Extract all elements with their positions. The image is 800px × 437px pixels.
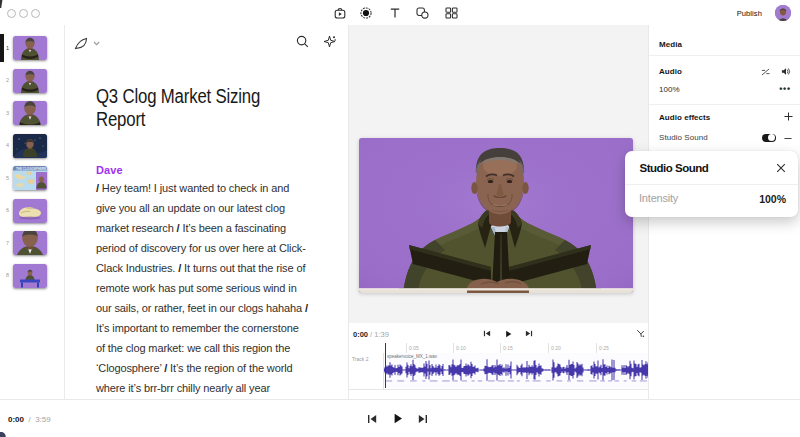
svg-text:THE CLOGOSPHERE: THE CLOGOSPHERE bbox=[16, 167, 46, 171]
